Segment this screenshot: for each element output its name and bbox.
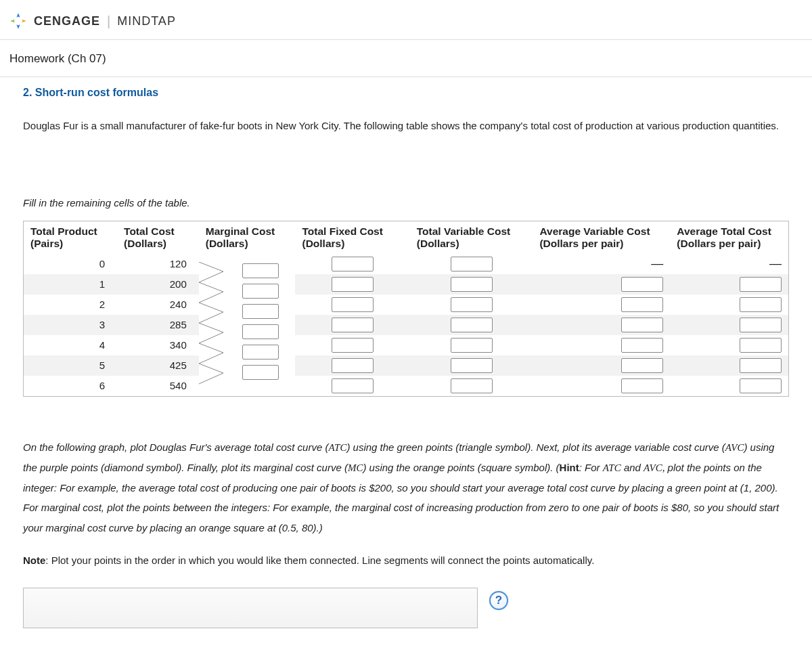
cell-atc-dash: — [670,254,788,274]
graph-canvas[interactable]: ? [23,588,478,628]
cell-tp: 0 [24,254,117,274]
input-atc-3[interactable] [740,318,782,332]
input-avc-4[interactable] [621,338,663,353]
input-atc-2[interactable] [740,297,782,312]
col-sub-average-total-cost: (Dollars per pair) [670,238,788,254]
col-sub-total-fixed-cost: (Dollars) [295,238,409,254]
input-tfc-1[interactable] [332,277,374,292]
input-mc-5[interactable] [242,345,279,359]
table-row: 6 540 [24,376,788,396]
col-header-total-fixed-cost: Total Fixed Cost [295,221,409,238]
input-mc-4[interactable] [242,324,279,339]
cell-tc: 285 [117,315,199,335]
cell-tc: 200 [117,274,199,295]
table-row: 2 240 [24,295,788,315]
graph-instructions: On the following graph, plot Douglas Fur… [23,437,789,538]
input-tfc-6[interactable] [332,378,374,393]
col-header-total-product: Total Product [24,221,117,238]
assignment-title: Homework (Ch 07) [0,40,812,77]
input-atc-1[interactable] [740,277,782,292]
cell-tp: 4 [24,335,117,355]
col-sub-average-variable-cost: (Dollars per pair) [533,238,670,254]
cell-tp: 3 [24,315,117,335]
question-content: 2. Short-run cost formulas Douglas Fur i… [0,77,812,649]
brand-bar: CENGAGE | MINDTAP [0,0,812,40]
input-avc-2[interactable] [621,297,663,312]
cell-tp: 1 [24,274,117,295]
cell-tfc [295,254,409,274]
input-tvc-4[interactable] [451,338,493,353]
help-icon[interactable]: ? [489,591,508,610]
note-line: Note: Plot your points in the order in w… [23,551,789,571]
input-tvc-0[interactable] [451,257,493,271]
cell-tc: 120 [117,254,199,274]
input-avc-1[interactable] [621,277,663,292]
brand-divider: | [107,14,110,29]
col-header-average-total-cost: Average Total Cost [670,221,788,238]
table-row: 3 285 [24,315,788,335]
col-sub-total-cost: (Dollars) [117,238,199,254]
cell-tp: 5 [24,355,117,376]
input-atc-5[interactable] [740,358,782,373]
table-row: 0 120 — [24,254,788,274]
cengage-logo-icon [9,12,27,30]
input-tvc-5[interactable] [451,358,493,373]
brand-mindtap: MINDTAP [117,14,176,28]
cell-tc: 340 [117,335,199,355]
table-row: 5 425 [24,355,788,376]
fill-instruction: Fill in the remaining cells of the table… [23,197,789,209]
input-tvc-3[interactable] [451,318,493,332]
input-atc-6[interactable] [740,378,782,393]
input-avc-3[interactable] [621,318,663,332]
input-mc-6[interactable] [242,365,279,380]
input-avc-6[interactable] [621,378,663,393]
input-avc-5[interactable] [621,358,663,373]
col-header-total-variable-cost: Total Variable Cost [410,221,533,238]
input-tfc-2[interactable] [332,297,374,312]
table-row: 1 200 [24,274,788,295]
input-tvc-2[interactable] [451,297,493,312]
input-tfc-3[interactable] [332,318,374,332]
question-title: 2. Short-run cost formulas [23,87,789,99]
input-mc-2[interactable] [242,284,279,299]
col-header-average-variable-cost: Average Variable Cost [533,221,670,238]
input-mc-1[interactable] [242,263,279,278]
col-header-total-cost: Total Cost [117,221,199,238]
col-sub-total-product: (Pairs) [24,238,117,254]
col-sub-marginal-cost: (Dollars) [199,238,296,254]
brand-cengage: CENGAGE [34,14,100,28]
marginal-cost-column [199,254,296,396]
cell-avc-dash: — [533,254,670,274]
col-header-marginal-cost: Marginal Cost [199,221,296,238]
input-mc-3[interactable] [242,304,279,319]
zigzag-icon [196,262,227,391]
input-atc-4[interactable] [740,338,782,353]
input-tvc-1[interactable] [451,277,493,292]
cell-tvc [410,254,533,274]
cost-table: Total Product Total Cost Marginal Cost T… [23,221,789,397]
cell-tp: 2 [24,295,117,315]
input-tfc-0[interactable] [332,257,374,271]
table-row: 4 340 [24,335,788,355]
input-tvc-6[interactable] [451,378,493,393]
intro-text: Douglas Fur is a small manufacturer of f… [23,116,789,136]
cell-tc: 425 [117,355,199,376]
col-sub-total-variable-cost: (Dollars) [410,238,533,254]
input-tfc-5[interactable] [332,358,374,373]
input-tfc-4[interactable] [332,338,374,353]
cell-tp: 6 [24,376,117,396]
cell-tc: 240 [117,295,199,315]
cell-tc: 540 [117,376,199,396]
